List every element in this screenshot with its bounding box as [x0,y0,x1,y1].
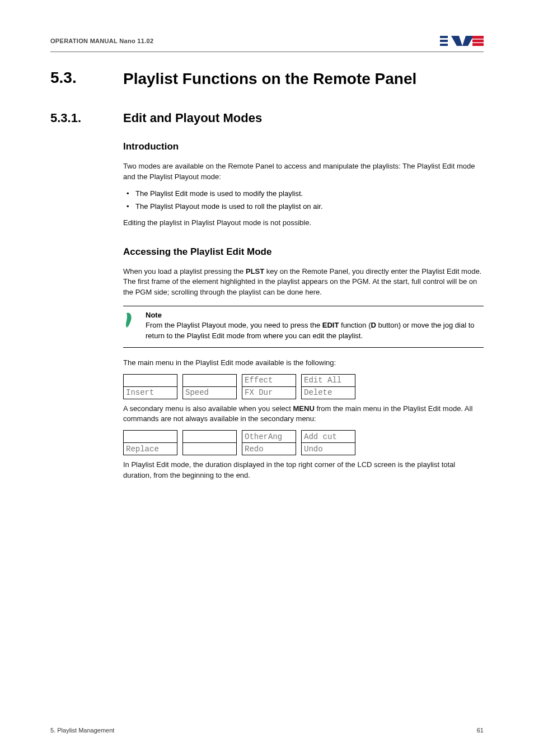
accessing-paragraph-4: In Playlist Edit mode, the duration disp… [123,460,484,481]
page-header: OPERATION MANUAL Nano 11.02 [50,34,484,52]
menu-cell: Insert [124,386,177,399]
page: OPERATION MANUAL Nano 11.02 5.3. Playlis… [0,0,534,756]
note-body: Note From the Playlist Playout mode, you… [146,311,484,342]
menu-cell: Redo [242,443,296,455]
accessing-paragraph-1: When you load a playlist pressing the PL… [123,267,484,298]
note-block: Note From the Playlist Playout mode, you… [123,306,484,348]
subsection-title: Edit and Playout Modes [123,111,262,125]
menu-cell: Add cut [302,431,355,443]
svg-rect-1 [440,40,448,42]
secondary-menu-table: OtherAng Add cut Replace Redo Undo [123,430,355,455]
section-5-3-heading: 5.3. Playlist Functions on the Remote Pa… [50,69,484,88]
menu-cell: Speed [183,386,237,399]
intro-bullet-1: The Playlist Edit mode is used to modify… [123,188,484,199]
menu-cell: OtherAng [242,431,296,443]
subsection-number: 5.3.1. [50,111,123,125]
intro-paragraph-1: Two modes are available on the Remote Pa… [123,161,484,183]
svg-rect-2 [440,44,448,46]
section-5-3-1-heading: 5.3.1. Edit and Playout Modes [50,111,484,125]
section-number: 5.3. [50,69,123,87]
intro-bullet-list: The Playlist Edit mode is used to modify… [123,188,484,212]
page-footer: 5. Playlist Management 61 [50,727,484,734]
menu-cell [124,431,177,443]
accessing-paragraph-3: A secondary menu is also available when … [123,404,484,425]
header-manual-title: OPERATION MANUAL Nano 11.02 [50,38,153,44]
note-title: Note [146,311,484,319]
introduction-heading: Introduction [123,141,484,152]
menu-cell [183,431,237,443]
accessing-heading: Accessing the Playlist Edit Mode [123,246,484,258]
svg-rect-0 [440,36,448,38]
intro-bullet-2: The Playlist Playout mode is used to rol… [123,201,484,212]
footer-section: 5. Playlist Management [50,727,114,734]
section-title: Playlist Functions on the Remote Panel [123,69,416,88]
accessing-paragraph-2: The main menu in the Playlist Edit mode … [123,358,484,368]
svg-rect-5 [472,43,484,46]
svg-rect-4 [472,40,484,43]
menu-cell [183,374,237,386]
menu-cell: Delete [302,386,355,399]
intro-paragraph-2: Editing the playlist in Playlist Playout… [123,218,484,228]
menu-cell: Replace [124,443,177,455]
menu-cell: Effect [242,374,296,386]
evs-logo [440,34,484,48]
menu-cell [183,443,237,455]
content-body: Introduction Two modes are available on … [123,141,484,481]
menu-cell: Undo [302,443,355,455]
menu-cell [124,374,177,386]
footer-page-number: 61 [477,727,484,734]
main-menu-table: Effect Edit All Insert Speed FX Dur Dele… [123,374,355,399]
svg-rect-3 [472,36,484,39]
note-icon [123,311,146,342]
menu-cell: FX Dur [242,386,296,399]
menu-cell: Edit All [302,374,355,386]
note-text: From the Playlist Playout mode, you need… [146,320,484,342]
